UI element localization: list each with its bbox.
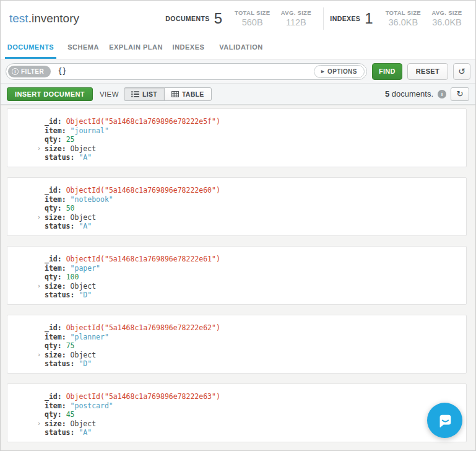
- field-key: item:: [45, 333, 66, 341]
- view-table-button[interactable]: TABLE: [164, 87, 212, 101]
- expand-caret-icon[interactable]: ›: [35, 282, 43, 291]
- document-field-qty: qty: 50: [45, 204, 466, 213]
- document-field-status: status: "A": [45, 428, 466, 437]
- document-field-qty: qty: 100: [45, 273, 466, 282]
- field-key: _id:: [45, 255, 62, 263]
- insert-document-button[interactable]: INSERT DOCUMENT: [7, 87, 93, 101]
- expand-caret-icon[interactable]: ›: [35, 144, 43, 154]
- field-value: Object: [71, 213, 97, 222]
- document-field-_id: _id: ObjectId("5a1468c1a769896e78222e61"…: [45, 255, 466, 264]
- field-value: ObjectId("5a1468c1a769896e78222e60"): [66, 186, 220, 195]
- field-key: item:: [45, 264, 66, 273]
- document-card[interactable]: _id: ObjectId("5a1468c1a769896e78222e62"…: [7, 315, 467, 374]
- info-icon[interactable]: i: [438, 90, 446, 99]
- field-key: qty:: [45, 273, 62, 281]
- document-card[interactable]: _id: ObjectId("5a1468c1a769896e78222e63"…: [7, 383, 467, 442]
- field-value: ObjectId("5a1468c1a769896e78222e62"): [66, 323, 220, 332]
- field-key: qty:: [45, 135, 62, 144]
- find-button[interactable]: FIND: [372, 63, 402, 80]
- document-field-status: status: "D": [45, 359, 466, 369]
- filter-info-icon: i: [12, 68, 19, 75]
- field-key: status:: [45, 222, 74, 230]
- field-key: qty:: [45, 341, 62, 350]
- document-field-size: ›size: Object: [45, 282, 466, 291]
- total-size-value: 36.0KB: [389, 17, 418, 27]
- field-key: size:: [45, 419, 66, 428]
- documents-stat-value: 5: [214, 10, 222, 27]
- refresh-documents-button[interactable]: ↻: [451, 87, 469, 101]
- field-key: size:: [45, 282, 66, 291]
- field-key: qty:: [45, 204, 62, 212]
- database-name: test: [9, 12, 28, 25]
- toolbar-right: 5 documents. i ↻: [385, 87, 469, 101]
- tab-explain-plan[interactable]: EXPLAIN PLAN: [110, 36, 162, 59]
- field-value: "A": [79, 428, 92, 437]
- field-key: _id:: [45, 117, 62, 126]
- chat-bubble-icon: [436, 411, 454, 430]
- field-key: _id:: [45, 323, 62, 332]
- document-count-value: 5: [385, 89, 389, 99]
- document-card[interactable]: _id: ObjectId("5a1468c1a769896e78222e5f"…: [7, 108, 467, 167]
- field-key: item:: [45, 195, 66, 204]
- query-history-button[interactable]: ↺: [453, 63, 470, 80]
- expand-caret-icon[interactable]: ›: [35, 351, 43, 360]
- field-value: "postcard": [71, 401, 113, 410]
- field-value: ObjectId("5a1468c1a769896e78222e61"): [66, 255, 220, 263]
- field-key: status:: [45, 291, 74, 299]
- field-key: size:: [45, 351, 66, 359]
- field-value: ObjectId("5a1468c1a769896e78222e5f"): [66, 117, 220, 126]
- table-icon: [171, 91, 179, 97]
- document-card[interactable]: _id: ObjectId("5a1468c1a769896e78222e61"…: [7, 246, 467, 305]
- document-card[interactable]: _id: ObjectId("5a1468c1a769896e78222e60"…: [7, 177, 467, 236]
- expand-caret-icon[interactable]: ›: [35, 419, 43, 429]
- field-value: Object: [71, 144, 97, 153]
- document-field-_id: _id: ObjectId("5a1468c1a769896e78222e62"…: [45, 323, 466, 333]
- field-key: qty:: [45, 410, 62, 419]
- field-value: 75: [66, 341, 75, 350]
- document-field-qty: qty: 25: [45, 135, 466, 144]
- field-key: status:: [45, 428, 74, 437]
- filter-value[interactable]: {}: [58, 67, 314, 76]
- options-button[interactable]: ▸ OPTIONS: [314, 65, 365, 78]
- document-count-label: documents.: [392, 89, 433, 99]
- indexes-stat: INDEXES 1: [330, 10, 373, 27]
- tab-validation[interactable]: VALIDATION: [215, 36, 267, 59]
- list-button-label: LIST: [142, 90, 157, 98]
- indexes-stat-label: INDEXES: [330, 15, 360, 22]
- expand-caret-icon[interactable]: ›: [35, 213, 43, 222]
- compass-collection-view: test.inventory DOCUMENTS 5 TOTAL SIZE 56…: [0, 0, 476, 451]
- collection-tabs: DOCUMENTS SCHEMA EXPLAIN PLAN INDEXES VA…: [1, 36, 475, 59]
- document-field-size: ›size: Object: [45, 144, 466, 154]
- filter-input[interactable]: i FILTER {} ▸ OPTIONS: [6, 63, 367, 80]
- avg-size-label: AVG. SIZE: [432, 9, 462, 16]
- tab-documents[interactable]: DOCUMENTS: [5, 36, 56, 59]
- view-switcher: LIST TABLE: [124, 87, 212, 101]
- chat-launcher-button[interactable]: [427, 403, 462, 438]
- document-field-item: item: "postcard": [45, 401, 466, 411]
- view-list-button[interactable]: LIST: [124, 87, 165, 101]
- field-key: _id:: [45, 186, 62, 195]
- options-button-label: OPTIONS: [327, 68, 357, 75]
- total-size-label: TOTAL SIZE: [235, 9, 270, 16]
- view-label: VIEW: [100, 90, 119, 98]
- field-value: 25: [66, 135, 75, 144]
- document-field-qty: qty: 75: [45, 341, 466, 351]
- document-field-_id: _id: ObjectId("5a1468c1a769896e78222e60"…: [45, 186, 466, 195]
- document-field-status: status: "D": [45, 291, 466, 300]
- document-field-status: status: "A": [45, 153, 466, 162]
- avg-size-value: 36.0KB: [432, 17, 462, 27]
- collection-stats: DOCUMENTS 5 TOTAL SIZE 560B AVG. SIZE 11…: [165, 7, 468, 30]
- total-size-value: 560B: [242, 17, 263, 27]
- tab-schema[interactable]: SCHEMA: [58, 36, 109, 59]
- document-field-_id: _id: ObjectId("5a1468c1a769896e78222e5f"…: [45, 117, 466, 126]
- tab-indexes[interactable]: INDEXES: [163, 36, 214, 59]
- filter-badge: i FILTER: [8, 66, 51, 77]
- documents-stat: DOCUMENTS 5: [165, 10, 222, 27]
- document-field-size: ›size: Object: [45, 213, 466, 222]
- reset-button[interactable]: RESET: [407, 63, 448, 80]
- document-field-_id: _id: ObjectId("5a1468c1a769896e78222e63"…: [45, 392, 466, 401]
- indexes-total-size-stat: TOTAL SIZE 36.0KB: [386, 9, 421, 27]
- total-size-label: TOTAL SIZE: [386, 9, 421, 16]
- documents-toolbar: INSERT DOCUMENT VIEW LIST TABLE 5 docume…: [1, 84, 475, 105]
- document-field-item: item: "paper": [45, 264, 466, 273]
